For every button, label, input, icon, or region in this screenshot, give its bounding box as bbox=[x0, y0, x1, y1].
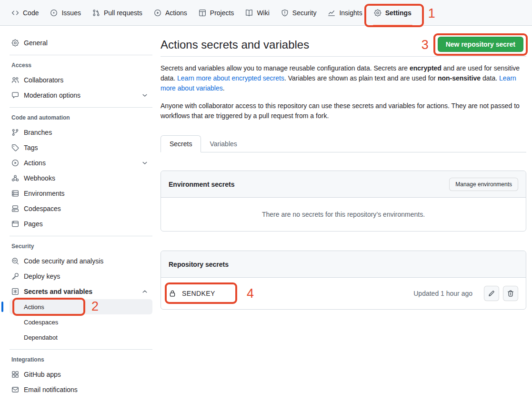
nav-tab-pull-requests[interactable]: Pull requests bbox=[89, 0, 146, 25]
sidebar-section-security: Security bbox=[10, 243, 152, 250]
sidebar-item-tags[interactable]: Tags bbox=[10, 140, 152, 155]
issue-opened-icon bbox=[50, 9, 58, 17]
pencil-icon bbox=[488, 290, 495, 297]
secret-name: SENDKEY bbox=[182, 290, 215, 297]
apps-icon bbox=[11, 371, 19, 378]
secrets-variables-tabs: Secrets Variables bbox=[161, 135, 526, 152]
sidebar-subitem-label: Codespaces bbox=[24, 319, 58, 326]
nav-tab-wiki[interactable]: Wiki bbox=[241, 0, 273, 25]
annotation-number-1: 1 bbox=[428, 7, 435, 20]
gear-icon bbox=[374, 9, 381, 17]
server-icon bbox=[11, 190, 19, 197]
sidebar-item-label: Codespaces bbox=[24, 205, 61, 212]
sidebar-item-moderation-options[interactable]: Moderation options bbox=[10, 88, 152, 103]
divider bbox=[10, 55, 152, 55]
play-icon bbox=[11, 159, 19, 167]
sidebar-item-label: Moderation options bbox=[24, 91, 80, 99]
nav-tab-label: Insights bbox=[339, 9, 362, 17]
nav-tab-issues[interactable]: Issues bbox=[46, 0, 84, 25]
nav-tab-label: Wiki bbox=[257, 9, 269, 17]
sidebar-subitem-dependabot[interactable]: Dependabot bbox=[10, 330, 152, 345]
environment-secrets-card: Environment secrets Manage environments … bbox=[161, 171, 526, 232]
nav-tab-label: Pull requests bbox=[104, 9, 142, 17]
intro-text-segment: . bbox=[223, 84, 225, 92]
sidebar-section-access: Access bbox=[10, 62, 152, 69]
intro-paragraph-2: Anyone with collaborator access to this … bbox=[161, 101, 526, 121]
sidebar-item-collaborators[interactable]: Collaborators bbox=[10, 72, 152, 88]
sidebar-item-label: Branches bbox=[24, 129, 52, 136]
sidebar-item-label: Deploy keys bbox=[24, 272, 60, 280]
git-pull-request-icon bbox=[92, 9, 100, 17]
environment-secrets-title: Environment secrets bbox=[169, 181, 235, 188]
nav-tab-settings[interactable]: Settings 1 bbox=[370, 0, 415, 25]
sidebar-item-code-security[interactable]: Code security and analysis bbox=[10, 253, 152, 269]
nav-tab-code[interactable]: Code bbox=[8, 0, 42, 25]
new-repository-secret-button[interactable]: New repository secret bbox=[438, 37, 523, 52]
nav-tab-label: Code bbox=[23, 9, 39, 17]
project-icon bbox=[199, 9, 206, 17]
nav-tab-insights[interactable]: Insights bbox=[324, 0, 366, 25]
sidebar-item-secrets-and-variables[interactable]: Secrets and variables bbox=[10, 284, 152, 299]
sidebar-item-webhooks[interactable]: Webhooks bbox=[10, 171, 152, 186]
tab-secrets[interactable]: Secrets bbox=[161, 135, 201, 152]
mail-icon bbox=[11, 386, 19, 393]
annotation-number-4: 4 bbox=[247, 287, 254, 300]
nav-tab-projects[interactable]: Projects bbox=[195, 0, 238, 25]
sidebar-item-branches[interactable]: Branches bbox=[10, 125, 152, 140]
divider bbox=[10, 107, 152, 108]
sidebar-item-label: Code security and analysis bbox=[24, 257, 103, 265]
tab-variables[interactable]: Variables bbox=[201, 136, 245, 152]
repository-secrets-title: Repository secrets bbox=[169, 261, 229, 268]
intro-text: Secrets and variables allow you to manag… bbox=[161, 63, 526, 121]
intro-bold-non-sensitive: non-sensitive bbox=[438, 74, 481, 82]
main-content: Actions secrets and variables New reposi… bbox=[161, 26, 526, 310]
sidebar-item-label: Actions bbox=[24, 159, 46, 167]
repository-secrets-card: Repository secrets SENDKEY Updated 1 hou… bbox=[161, 251, 526, 310]
intro-paragraph-1: Secrets and variables allow you to manag… bbox=[161, 63, 526, 93]
webhook-icon bbox=[11, 174, 19, 182]
sidebar-item-email-notifications[interactable]: Email notifications bbox=[10, 382, 152, 397]
sidebar-item-label: Tags bbox=[24, 144, 38, 151]
annotation-box-step2 bbox=[12, 298, 85, 316]
nav-tab-label: Settings bbox=[385, 9, 412, 17]
sidebar-item-environments[interactable]: Environments bbox=[10, 186, 152, 201]
settings-sidebar: General Access Collaborators Moderation … bbox=[0, 26, 161, 413]
chevron-up-icon bbox=[141, 288, 149, 295]
sidebar-item-general[interactable]: General bbox=[10, 35, 152, 50]
annotation-number-2: 2 bbox=[91, 300, 99, 313]
edit-secret-button[interactable] bbox=[484, 286, 499, 301]
sidebar-section-code-and-automation: Code and automation bbox=[10, 114, 152, 121]
nav-tab-label: Security bbox=[292, 9, 317, 17]
intro-bold-encrypted: encrypted bbox=[410, 64, 442, 72]
nav-tab-label: Projects bbox=[210, 9, 234, 17]
gear-icon bbox=[11, 39, 19, 47]
manage-environments-button[interactable]: Manage environments bbox=[449, 178, 518, 191]
code-icon bbox=[11, 9, 19, 17]
link-learn-more-encrypted-secrets[interactable]: Learn more about encrypted secrets bbox=[177, 74, 284, 82]
sidebar-item-label: Environments bbox=[24, 190, 65, 197]
nav-tab-actions[interactable]: Actions bbox=[150, 0, 191, 25]
selected-item-indicator bbox=[1, 302, 3, 312]
sidebar-item-codespaces[interactable]: Codespaces bbox=[10, 201, 152, 216]
nav-tab-security[interactable]: Security bbox=[277, 0, 321, 25]
sidebar-subitem-label: Dependabot bbox=[24, 334, 58, 341]
intro-text-segment: Secrets and variables allow you to manag… bbox=[161, 64, 410, 72]
sidebar-item-label: Pages bbox=[24, 220, 43, 228]
key-asterisk-icon bbox=[11, 288, 19, 295]
sidebar-item-actions[interactable]: Actions bbox=[10, 155, 152, 171]
sidebar-subitem-codespaces[interactable]: Codespaces bbox=[10, 314, 152, 330]
chevron-down-icon bbox=[141, 91, 149, 99]
sidebar-subitem-actions[interactable]: Actions 2 bbox=[10, 299, 152, 314]
intro-text-segment: . Variables are shown as plain text and … bbox=[284, 74, 438, 82]
sidebar-subitem-label: Actions bbox=[24, 303, 44, 311]
delete-secret-button[interactable] bbox=[503, 286, 518, 301]
sidebar-item-pages[interactable]: Pages bbox=[10, 216, 152, 232]
shield-icon bbox=[281, 9, 289, 17]
trash-icon bbox=[507, 290, 514, 297]
lock-icon bbox=[169, 290, 176, 297]
sidebar-item-deploy-keys[interactable]: Deploy keys bbox=[10, 269, 152, 284]
new-secret-button-wrap: New repository secret 3 bbox=[438, 37, 523, 52]
sidebar-item-github-apps[interactable]: GitHub apps bbox=[10, 367, 152, 382]
repo-tab-nav: Code Issues Pull requests Actions Projec… bbox=[0, 0, 532, 26]
sidebar-item-label: Collaborators bbox=[24, 76, 63, 84]
